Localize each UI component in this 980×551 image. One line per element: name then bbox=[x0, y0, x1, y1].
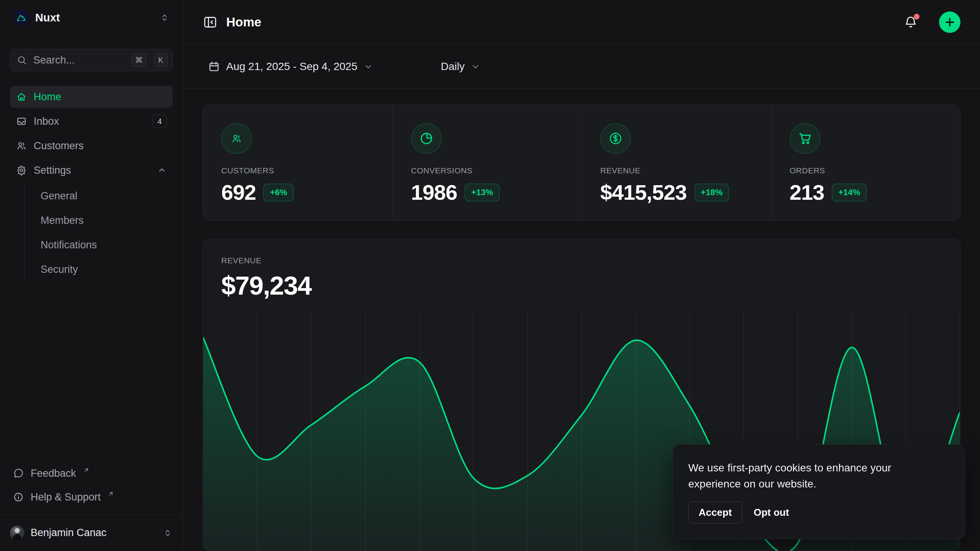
sidebar-nav: HomeInbox4CustomersSettingsGeneralMember… bbox=[10, 86, 173, 284]
nuxt-logo-icon bbox=[13, 10, 29, 26]
stat-card-customers[interactable]: CUSTOMERS692+6% bbox=[203, 105, 392, 221]
external-link-icon bbox=[108, 491, 114, 497]
plus-icon bbox=[944, 16, 956, 28]
collapse-sidebar-icon bbox=[203, 15, 218, 30]
stat-delta-badge: +13% bbox=[465, 184, 500, 201]
notifications-button[interactable] bbox=[904, 15, 918, 29]
avatar bbox=[10, 526, 24, 540]
workspace-switcher[interactable]: Nuxt bbox=[10, 8, 173, 27]
sidebar-item-customers[interactable]: Customers bbox=[10, 135, 173, 157]
inbox-icon bbox=[16, 116, 27, 127]
stat-card-revenue[interactable]: REVENUE$415,523+18% bbox=[581, 105, 771, 221]
pie-chart-icon bbox=[411, 123, 442, 154]
stat-card-orders[interactable]: ORDERS213+14% bbox=[771, 105, 960, 221]
revenue-panel-head: REVENUE $79,234 bbox=[203, 239, 960, 300]
dollar-circle-icon bbox=[600, 123, 631, 154]
users-icon bbox=[16, 140, 27, 151]
sidebar-subitem-label: Members bbox=[41, 215, 84, 227]
sidebar-subitem-members[interactable]: Members bbox=[41, 208, 173, 233]
search-placeholder: Search... bbox=[33, 54, 124, 66]
toolbar: Aug 21, 2025 - Sep 4, 2025 Daily bbox=[183, 44, 980, 89]
sidebar: Nuxt Search... ⌘ K HomeInbox4CustomersSe… bbox=[0, 0, 183, 551]
sidebar-subitem-security[interactable]: Security bbox=[41, 257, 173, 282]
footer-link-help-support[interactable]: Help & Support bbox=[10, 485, 173, 509]
stat-label: ORDERS bbox=[790, 166, 942, 175]
calendar-icon bbox=[208, 60, 220, 73]
cookie-message: We use first-party cookies to enhance yo… bbox=[688, 460, 926, 492]
sidebar-subitem-label: Security bbox=[41, 264, 78, 276]
gear-icon bbox=[16, 165, 27, 176]
sidebar-item-label: Customers bbox=[34, 140, 84, 152]
user-name: Benjamin Canac bbox=[31, 527, 157, 539]
stat-card-conversions[interactable]: CONVERSIONS1986+13% bbox=[392, 105, 582, 221]
external-link-icon bbox=[83, 467, 90, 473]
stat-value: 213 bbox=[790, 180, 824, 205]
page-header: Home bbox=[183, 0, 980, 44]
chevron-down-icon bbox=[471, 62, 480, 71]
sidebar-subitem-general[interactable]: General bbox=[41, 184, 173, 208]
notification-dot bbox=[914, 14, 920, 20]
settings-subnav: GeneralMembersNotificationsSecurity bbox=[24, 184, 173, 282]
stat-label: CUSTOMERS bbox=[221, 166, 374, 175]
stat-label: REVENUE bbox=[600, 166, 753, 175]
granularity-select[interactable]: Daily bbox=[436, 56, 485, 77]
k-key-badge: K bbox=[154, 53, 168, 67]
chevron-updown-icon bbox=[160, 13, 170, 23]
stat-delta-badge: +18% bbox=[694, 184, 729, 201]
cart-icon bbox=[790, 123, 820, 154]
stat-value: 692 bbox=[221, 180, 256, 205]
inbox-count-badge: 4 bbox=[153, 114, 167, 128]
date-range-picker[interactable]: Aug 21, 2025 - Sep 4, 2025 bbox=[203, 56, 378, 77]
footer-link-label: Help & Support bbox=[31, 491, 101, 503]
sidebar-item-home[interactable]: Home bbox=[10, 86, 173, 108]
cookie-actions: Accept Opt out bbox=[688, 502, 949, 523]
date-range-value: Aug 21, 2025 - Sep 4, 2025 bbox=[226, 60, 358, 73]
footer-link-label: Feedback bbox=[31, 468, 76, 479]
chevron-down-icon bbox=[364, 62, 373, 71]
accept-cookies-button[interactable]: Accept bbox=[688, 502, 742, 523]
optout-cookies-button[interactable]: Opt out bbox=[750, 502, 793, 523]
chevron-updown-icon bbox=[163, 528, 173, 538]
speech-bubble-icon bbox=[13, 468, 24, 479]
page-title: Home bbox=[226, 15, 895, 29]
user-menu[interactable]: Benjamin Canac bbox=[0, 514, 183, 551]
sidebar-item-settings[interactable]: Settings bbox=[10, 159, 173, 181]
sidebar-item-label: Inbox bbox=[34, 116, 59, 127]
stat-value: $415,523 bbox=[600, 180, 687, 205]
revenue-panel-value: $79,234 bbox=[221, 271, 942, 300]
sidebar-subitem-notifications[interactable]: Notifications bbox=[41, 233, 173, 257]
sidebar-subitem-label: General bbox=[41, 190, 77, 202]
sidebar-item-label: Home bbox=[34, 91, 61, 103]
sidebar-subitem-label: Notifications bbox=[41, 239, 97, 251]
home-icon bbox=[16, 91, 27, 102]
footer-link-feedback[interactable]: Feedback bbox=[10, 461, 173, 485]
add-button[interactable] bbox=[939, 11, 960, 33]
chevron-up-icon bbox=[157, 166, 167, 175]
sidebar-item-label: Settings bbox=[34, 165, 71, 176]
cookie-banner: We use first-party cookies to enhance yo… bbox=[673, 444, 965, 539]
info-circle-icon bbox=[13, 492, 24, 502]
search-icon bbox=[16, 55, 27, 65]
revenue-panel-label: REVENUE bbox=[221, 256, 942, 265]
sidebar-footer: FeedbackHelp & Support bbox=[10, 461, 173, 514]
workspace-name: Nuxt bbox=[35, 11, 154, 24]
stat-delta-badge: +14% bbox=[832, 184, 867, 201]
stats-panel: CUSTOMERS692+6%CONVERSIONS1986+13%REVENU… bbox=[203, 104, 960, 221]
collapse-sidebar-button[interactable] bbox=[203, 15, 218, 30]
sidebar-item-inbox[interactable]: Inbox4 bbox=[10, 110, 173, 132]
stat-delta-badge: +6% bbox=[263, 184, 294, 201]
users-icon bbox=[221, 123, 252, 154]
granularity-value: Daily bbox=[441, 60, 465, 73]
stat-value: 1986 bbox=[411, 180, 457, 205]
search-input[interactable]: Search... ⌘ K bbox=[10, 49, 173, 71]
stat-label: CONVERSIONS bbox=[411, 166, 564, 175]
cmd-key-badge: ⌘ bbox=[132, 53, 146, 67]
